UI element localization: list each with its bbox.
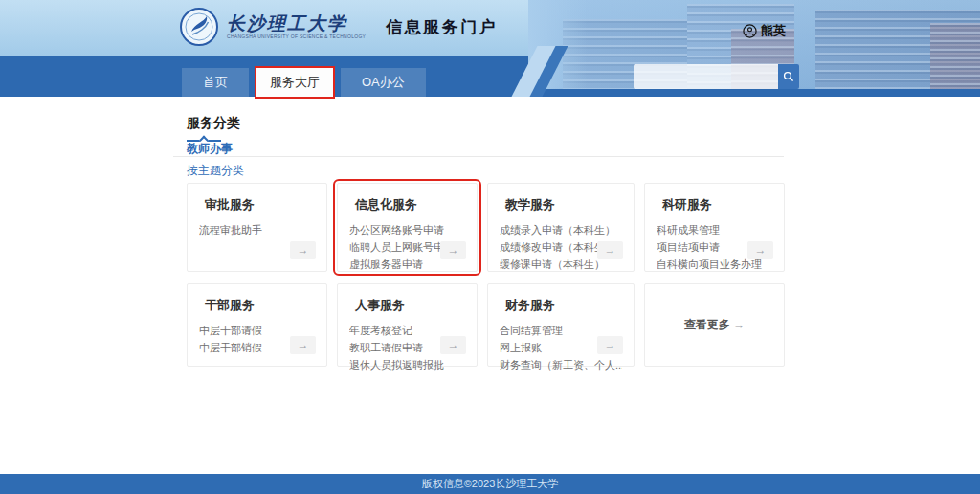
card-expand-arrow-button[interactable]: →: [440, 241, 466, 259]
search-bar: [634, 64, 799, 89]
service-item-link[interactable]: 流程审批助手: [199, 221, 315, 238]
service-card: 科研服务科研成果管理项目结项申请自科横向项目业务办理→: [644, 183, 785, 272]
service-card: 人事服务年度考核登记教职工请假申请退休人员拟返聘报批→: [337, 283, 478, 367]
content-area: 服务分类 教师办事 按主题分类 审批服务流程审批助手→信息化服务办公区网络账号申…: [0, 97, 980, 474]
section-divider: [173, 156, 784, 157]
nav-tabs: 首页 服务大厅 OA办公: [182, 68, 426, 97]
arrow-right-icon: →: [733, 318, 745, 331]
card-expand-arrow-button[interactable]: →: [597, 336, 623, 354]
person-icon: [743, 24, 757, 38]
view-more-link[interactable]: 查看更多 →: [684, 317, 745, 333]
service-item-link[interactable]: 成绩录入申请（本科生）: [500, 221, 622, 238]
service-card-title: 教学服务: [505, 196, 622, 213]
service-card: 干部服务中层干部请假中层干部销假→: [187, 283, 327, 367]
portal-page: 长沙理工大学 CHANGSHA UNIVERSITY OF SCIENCE & …: [0, 0, 980, 494]
footer-copyright: 版权信息©2023长沙理工大学: [0, 474, 980, 494]
service-cards-grid: 审批服务流程审批助手→信息化服务办公区网络账号申请临聘人员上网账号申请虚拟服务器…: [187, 183, 785, 367]
service-card-title: 审批服务: [205, 196, 315, 213]
card-expand-arrow-button[interactable]: →: [440, 336, 466, 354]
service-card: 教学服务成绩录入申请（本科生）成绩修改申请（本科生）缓修课申请（本科生）→: [487, 183, 635, 272]
card-expand-arrow-button[interactable]: →: [747, 241, 773, 259]
service-item-link[interactable]: 科研成果管理: [657, 221, 772, 238]
service-card-title: 科研服务: [662, 196, 772, 213]
university-name-cn: 长沙理工大学: [227, 13, 366, 34]
search-icon: [783, 71, 794, 82]
service-card: 信息化服务办公区网络账号申请临聘人员上网账号申请虚拟服务器申请→: [337, 183, 478, 272]
service-card: 审批服务流程审批助手→: [187, 183, 327, 272]
service-card-title: 干部服务: [205, 297, 315, 314]
portal-title: 信息服务门户: [386, 16, 498, 38]
tab-oa-office[interactable]: OA办公: [341, 68, 426, 97]
service-item-link[interactable]: 办公区网络账号申请: [349, 221, 465, 238]
service-card-title: 人事服务: [355, 297, 465, 314]
service-card-title: 财务服务: [505, 297, 622, 314]
service-item-link[interactable]: 财务查询（新工资、个人...: [500, 356, 622, 373]
card-expand-arrow-button[interactable]: →: [290, 336, 316, 354]
tab-service-hall[interactable]: 服务大厅: [256, 68, 333, 97]
user-name: 熊英: [761, 22, 786, 39]
university-brand: 长沙理工大学 CHANGSHA UNIVERSITY OF SCIENCE & …: [180, 8, 498, 46]
view-more-card: 查看更多 →: [644, 283, 785, 367]
university-name-en: CHANGSHA UNIVERSITY OF SCIENCE & TECHNOL…: [227, 34, 366, 40]
service-card: 财务服务合同结算管理网上报账财务查询（新工资、个人...→: [487, 283, 635, 367]
group-by-theme-label: 按主题分类: [187, 163, 244, 179]
search-input[interactable]: [634, 64, 778, 89]
service-item-link[interactable]: 退休人员拟返聘报批: [349, 356, 465, 373]
section-title: 服务分类: [187, 115, 240, 132]
university-name: 长沙理工大学 CHANGSHA UNIVERSITY OF SCIENCE & …: [227, 13, 366, 40]
tab-home[interactable]: 首页: [182, 68, 249, 97]
card-expand-arrow-button[interactable]: →: [597, 241, 623, 259]
card-expand-arrow-button[interactable]: →: [290, 241, 316, 259]
user-account-chip[interactable]: 熊英: [743, 22, 786, 39]
university-logo: [180, 8, 218, 46]
service-card-title: 信息化服务: [355, 196, 465, 213]
category-tab-teacher[interactable]: 教师办事: [187, 141, 233, 157]
search-button[interactable]: [778, 64, 799, 89]
